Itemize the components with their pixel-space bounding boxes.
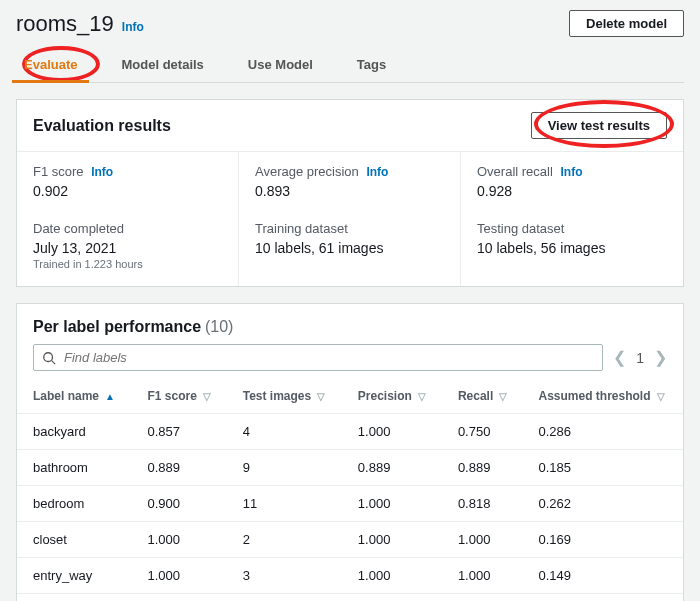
table-row: backyard0.85741.0000.7500.286 xyxy=(17,414,683,450)
cell-test_images: 2 xyxy=(227,594,342,602)
view-test-results-button[interactable]: View test results xyxy=(531,112,667,139)
table-row: bedroom0.900111.0000.8180.262 xyxy=(17,486,683,522)
avg-precision-value: 0.893 xyxy=(255,183,444,199)
cell-test_images: 3 xyxy=(227,558,342,594)
per-label-count: (10) xyxy=(205,318,233,335)
cell-recall: 1.000 xyxy=(442,558,523,594)
overall-recall-info-link[interactable]: Info xyxy=(560,165,582,179)
tab-evaluate[interactable]: Evaluate xyxy=(18,47,83,82)
cell-precision: 1.000 xyxy=(342,486,442,522)
cell-f1: 0.857 xyxy=(132,414,227,450)
training-duration: Trained in 1.223 hours xyxy=(33,258,222,270)
search-input[interactable] xyxy=(62,349,594,366)
f1-info-link[interactable]: Info xyxy=(91,165,113,179)
overall-recall-label: Overall recall xyxy=(477,164,553,179)
svg-point-0 xyxy=(44,352,53,361)
page-prev[interactable]: ❮ xyxy=(613,348,626,367)
tab-model-details[interactable]: Model details xyxy=(115,47,209,82)
f1-value: 0.902 xyxy=(33,183,222,199)
cell-precision: 1.000 xyxy=(342,414,442,450)
testing-dataset-value: 10 labels, 56 images xyxy=(477,240,667,256)
cell-label: backyard xyxy=(17,414,132,450)
search-icon xyxy=(42,351,56,365)
table-row: floor_plan1.00021.0001.0000.685 xyxy=(17,594,683,602)
cell-label: floor_plan xyxy=(17,594,132,602)
page-number: 1 xyxy=(636,350,644,366)
f1-label: F1 score xyxy=(33,164,84,179)
cell-precision: 1.000 xyxy=(342,594,442,602)
overall-recall-value: 0.928 xyxy=(477,183,667,199)
cell-threshold: 0.169 xyxy=(522,522,683,558)
col-threshold[interactable]: Assumed threshold▽ xyxy=(522,381,683,414)
cell-label: closet xyxy=(17,522,132,558)
col-label-name[interactable]: Label name▲ xyxy=(17,381,132,414)
per-label-table: Label name▲ F1 score▽ Test images▽ Preci… xyxy=(17,381,683,601)
cell-precision: 0.889 xyxy=(342,450,442,486)
per-label-title: Per label performance xyxy=(33,318,201,335)
cell-test_images: 9 xyxy=(227,450,342,486)
cell-test_images: 11 xyxy=(227,486,342,522)
cell-threshold: 0.286 xyxy=(522,414,683,450)
per-label-card: Per label performance (10) ❮ 1 ❯ Label n… xyxy=(16,303,684,601)
table-row: entry_way1.00031.0001.0000.149 xyxy=(17,558,683,594)
col-test-images[interactable]: Test images▽ xyxy=(227,381,342,414)
testing-dataset-label: Testing dataset xyxy=(477,221,667,236)
avg-precision-info-link[interactable]: Info xyxy=(366,165,388,179)
cell-precision: 1.000 xyxy=(342,558,442,594)
tabs: Evaluate Model details Use Model Tags xyxy=(16,47,684,83)
cell-precision: 1.000 xyxy=(342,522,442,558)
table-row: bathroom0.88990.8890.8890.185 xyxy=(17,450,683,486)
cell-f1: 1.000 xyxy=(132,558,227,594)
cell-test_images: 4 xyxy=(227,414,342,450)
cell-f1: 1.000 xyxy=(132,522,227,558)
training-dataset-label: Training dataset xyxy=(255,221,444,236)
cell-recall: 0.818 xyxy=(442,486,523,522)
search-input-wrap[interactable] xyxy=(33,344,603,371)
training-dataset-value: 10 labels, 61 images xyxy=(255,240,444,256)
cell-label: entry_way xyxy=(17,558,132,594)
cell-recall: 1.000 xyxy=(442,522,523,558)
date-completed-value: July 13, 2021 xyxy=(33,240,222,256)
cell-f1: 0.900 xyxy=(132,486,227,522)
cell-test_images: 2 xyxy=(227,522,342,558)
col-recall[interactable]: Recall▽ xyxy=(442,381,523,414)
cell-threshold: 0.185 xyxy=(522,450,683,486)
col-precision[interactable]: Precision▽ xyxy=(342,381,442,414)
page-info-link[interactable]: Info xyxy=(122,20,144,34)
cell-f1: 0.889 xyxy=(132,450,227,486)
table-row: closet1.00021.0001.0000.169 xyxy=(17,522,683,558)
cell-recall: 1.000 xyxy=(442,594,523,602)
cell-recall: 0.889 xyxy=(442,450,523,486)
date-completed-label: Date completed xyxy=(33,221,222,236)
tab-use-model[interactable]: Use Model xyxy=(242,47,319,82)
evaluation-results-title: Evaluation results xyxy=(33,117,171,135)
svg-line-1 xyxy=(52,360,56,364)
cell-label: bathroom xyxy=(17,450,132,486)
cell-threshold: 0.262 xyxy=(522,486,683,522)
cell-f1: 1.000 xyxy=(132,594,227,602)
evaluation-results-card: Evaluation results View test results F1 … xyxy=(16,99,684,287)
page-next[interactable]: ❯ xyxy=(654,348,667,367)
cell-label: bedroom xyxy=(17,486,132,522)
cell-threshold: 0.685 xyxy=(522,594,683,602)
delete-model-button[interactable]: Delete model xyxy=(569,10,684,37)
tab-tags[interactable]: Tags xyxy=(351,47,392,82)
page-title: rooms_19 xyxy=(16,11,114,37)
col-f1[interactable]: F1 score▽ xyxy=(132,381,227,414)
avg-precision-label: Average precision xyxy=(255,164,359,179)
cell-recall: 0.750 xyxy=(442,414,523,450)
cell-threshold: 0.149 xyxy=(522,558,683,594)
